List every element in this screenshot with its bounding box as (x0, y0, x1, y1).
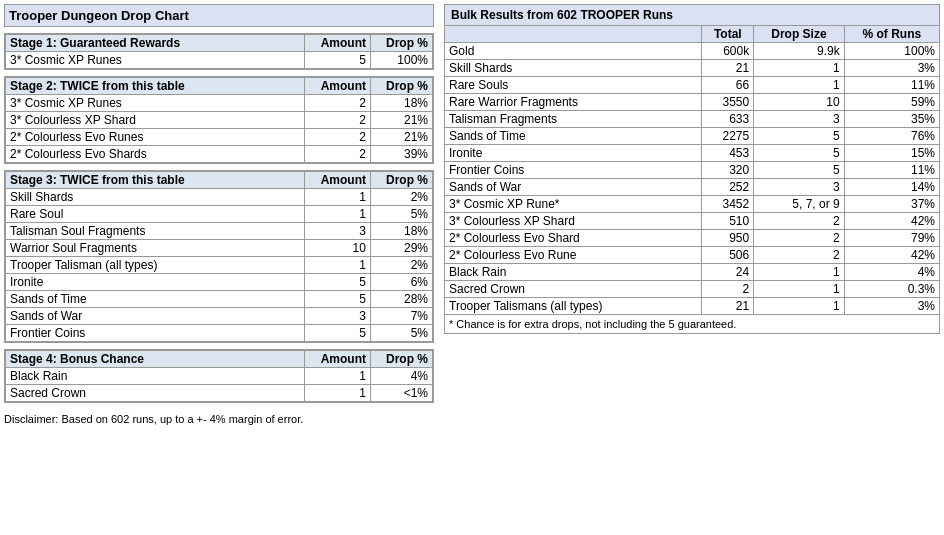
stage1-section: Stage 1: Guaranteed Rewards Amount Drop … (4, 33, 434, 70)
row-label: Trooper Talismans (all types) (445, 298, 702, 315)
row-label: Ironite (445, 145, 702, 162)
row-drop: 9.9k (754, 43, 845, 60)
row-pct: 39% (370, 146, 432, 163)
stage2-header: Stage 2: TWICE from this table (6, 78, 305, 95)
row-amount: 2 (304, 146, 370, 163)
table-row: 2* Colourless Evo Shards 2 39% (6, 146, 433, 163)
row-label: Rare Souls (445, 77, 702, 94)
row-label: 2* Colourless Evo Runes (6, 129, 305, 146)
left-panel: Trooper Dungeon Drop Chart Stage 1: Guar… (4, 4, 434, 425)
stage1-col-drop: Drop % (370, 35, 432, 52)
row-drop: 2 (754, 230, 845, 247)
table-row: Rare Soul 1 5% (6, 206, 433, 223)
row-amount: 1 (304, 189, 370, 206)
row-label: Talisman Fragments (445, 111, 702, 128)
stage3-table: Stage 3: TWICE from this table Amount Dr… (5, 171, 433, 342)
row-label: Rare Warrior Fragments (445, 94, 702, 111)
row-drop: 1 (754, 60, 845, 77)
row-drop: 2 (754, 213, 845, 230)
stage2-table: Stage 2: TWICE from this table Amount Dr… (5, 77, 433, 163)
table-row: 2* Colourless Evo Shard 950 2 79% (445, 230, 940, 247)
row-total: 24 (702, 264, 754, 281)
row-pct: 28% (370, 291, 432, 308)
row-pct: 11% (844, 162, 939, 179)
row-total: 600k (702, 43, 754, 60)
row-pct: 5% (370, 325, 432, 342)
row-drop: 5, 7, or 9 (754, 196, 845, 213)
row-drop: 5 (754, 162, 845, 179)
row-pct: 3% (844, 298, 939, 315)
row-label: Sands of Time (445, 128, 702, 145)
row-total: 3550 (702, 94, 754, 111)
row-label: Rare Soul (6, 206, 305, 223)
row-pct: 11% (844, 77, 939, 94)
row-amount: 5 (304, 325, 370, 342)
table-row: Trooper Talismans (all types) 21 1 3% (445, 298, 940, 315)
table-row: Sands of War 3 7% (6, 308, 433, 325)
row-pct: 100% (370, 52, 432, 69)
row-label: 2* Colourless Evo Shard (445, 230, 702, 247)
row-label: 3* Colourless XP Shard (6, 112, 305, 129)
row-pct: 7% (370, 308, 432, 325)
row-drop: 5 (754, 145, 845, 162)
row-pct: 37% (844, 196, 939, 213)
row-amount: 1 (304, 257, 370, 274)
row-label: Sacred Crown (6, 385, 305, 402)
table-row: Skill Shards 21 1 3% (445, 60, 940, 77)
stage3-section: Stage 3: TWICE from this table Amount Dr… (4, 170, 434, 343)
row-drop: 10 (754, 94, 845, 111)
row-pct: 21% (370, 129, 432, 146)
table-row: Talisman Soul Fragments 3 18% (6, 223, 433, 240)
row-amount: 1 (304, 368, 370, 385)
table-row: Sacred Crown 2 1 0.3% (445, 281, 940, 298)
table-row: Gold 600k 9.9k 100% (445, 43, 940, 60)
row-pct: 3% (844, 60, 939, 77)
row-label: Skill Shards (6, 189, 305, 206)
row-pct: 100% (844, 43, 939, 60)
row-label: Talisman Soul Fragments (6, 223, 305, 240)
table-row: Sacred Crown 1 <1% (6, 385, 433, 402)
row-label: Sands of War (6, 308, 305, 325)
row-pct: <1% (370, 385, 432, 402)
table-row: Skill Shards 1 2% (6, 189, 433, 206)
table-row: 3* Colourless XP Shard 2 21% (6, 112, 433, 129)
row-pct: 29% (370, 240, 432, 257)
row-drop: 3 (754, 111, 845, 128)
right-col-drop: Drop Size (754, 26, 845, 43)
table-row: Frontier Coins 320 5 11% (445, 162, 940, 179)
row-amount: 1 (304, 385, 370, 402)
table-row: 3* Cosmic XP Runes 5 100% (6, 52, 433, 69)
table-row: 3* Colourless XP Shard 510 2 42% (445, 213, 940, 230)
table-row: Ironite 453 5 15% (445, 145, 940, 162)
stage3-col-amount: Amount (304, 172, 370, 189)
row-label: Frontier Coins (445, 162, 702, 179)
table-row: Sands of War 252 3 14% (445, 179, 940, 196)
row-amount: 3 (304, 223, 370, 240)
stage2-section: Stage 2: TWICE from this table Amount Dr… (4, 76, 434, 164)
row-pct: 79% (844, 230, 939, 247)
row-label: 2* Colourless Evo Shards (6, 146, 305, 163)
table-row: Trooper Talisman (all types) 1 2% (6, 257, 433, 274)
row-amount: 2 (304, 112, 370, 129)
stage2-col-drop: Drop % (370, 78, 432, 95)
row-pct: 21% (370, 112, 432, 129)
row-pct: 18% (370, 95, 432, 112)
right-title: Bulk Results from 602 TROOPER Runs (444, 4, 940, 25)
row-pct: 35% (844, 111, 939, 128)
row-amount: 1 (304, 206, 370, 223)
right-col-total: Total (702, 26, 754, 43)
row-total: 66 (702, 77, 754, 94)
row-amount: 2 (304, 129, 370, 146)
row-pct: 6% (370, 274, 432, 291)
row-drop: 1 (754, 77, 845, 94)
row-total: 510 (702, 213, 754, 230)
table-row: Talisman Fragments 633 3 35% (445, 111, 940, 128)
disclaimer: Disclaimer: Based on 602 runs, up to a +… (4, 413, 434, 425)
row-drop: 1 (754, 298, 845, 315)
row-total: 320 (702, 162, 754, 179)
row-total: 506 (702, 247, 754, 264)
row-amount: 3 (304, 308, 370, 325)
stage4-table: Stage 4: Bonus Chance Amount Drop % Blac… (5, 350, 433, 402)
row-pct: 42% (844, 247, 939, 264)
table-row: Sands of Time 5 28% (6, 291, 433, 308)
